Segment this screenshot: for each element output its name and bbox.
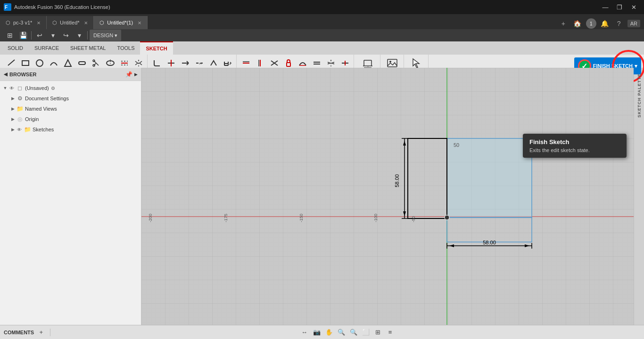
tab-untitled-close[interactable]: × — [84, 19, 88, 26]
tab-untitled2-close[interactable]: × — [138, 19, 141, 26]
design-arrow: ▾ — [115, 32, 117, 39]
nav-tab-surface[interactable]: SURFACE — [29, 41, 65, 55]
tree-arrow-origin: ▶ — [9, 116, 16, 122]
browser-title: BROWSER — [9, 72, 36, 77]
tree-icon-doc-settings: ⚙ — [16, 95, 24, 102]
svg-line-2 — [8, 60, 15, 65]
nav-tab-tools[interactable]: TOOLS — [111, 41, 140, 55]
tab-untitled[interactable]: ⬡ Untitled* × — [47, 16, 94, 29]
main-area: ◀ BROWSER 📌 ▸ ▼ 👁 ◻ (Unsaved) ⚙ ▶ ⚙ Docu… — [0, 68, 644, 325]
svg-text:✂: ✂ — [199, 62, 202, 66]
tree-label-root: (Unsaved) — [25, 85, 49, 91]
finish-sketch-arrow: ▾ — [635, 63, 637, 69]
nav-tool-menu[interactable]: ≡ — [385, 327, 396, 338]
tab-pc3-close[interactable]: × — [37, 19, 41, 26]
window-controls: — ❐ ✕ — [599, 2, 640, 12]
browser-pin-icon[interactable]: 📌 — [125, 71, 132, 78]
nav-tab-sketch[interactable]: SKETCH — [140, 41, 173, 55]
separator-1 — [31, 31, 32, 40]
browser-tree: ▼ 👁 ◻ (Unsaved) ⚙ ▶ ⚙ Document Settings … — [0, 81, 141, 325]
nav-tab-sheetmetal[interactable]: SHEET METAL — [65, 41, 111, 55]
svg-text:F: F — [5, 5, 8, 10]
browser-header: ◀ BROWSER 📌 ▸ — [0, 68, 141, 81]
comments-section: COMMENTS + — [4, 327, 52, 338]
tree-eye-sketches[interactable]: 👁 — [16, 126, 23, 133]
ar-badge: AR — [627, 20, 640, 27]
tree-item-named-views[interactable]: ▶ 📁 Named Views — [0, 104, 141, 114]
close-button[interactable]: ✕ — [627, 2, 640, 12]
svg-text:-200: -200 — [148, 214, 153, 222]
tree-item-origin[interactable]: ▶ ◎ Origin — [0, 114, 141, 124]
svg-rect-33 — [287, 63, 290, 66]
minimize-button[interactable]: — — [599, 2, 612, 12]
new-tab-button[interactable]: + — [558, 18, 569, 29]
tabs-right: + 🏠 1 🔔 ? AR — [558, 18, 644, 29]
tree-item-root[interactable]: ▼ 👁 ◻ (Unsaved) ⚙ — [0, 83, 141, 93]
redo-dropdown[interactable]: ▾ — [73, 29, 85, 41]
svg-text:-50: -50 — [411, 216, 416, 222]
restore-button[interactable]: ❐ — [613, 2, 626, 12]
nav-tool-grid[interactable]: ⊞ — [373, 327, 383, 338]
tab-pc3[interactable]: ⬡ pc-3 v1* × — [0, 16, 47, 29]
tooltip-title: Finish Sketch — [529, 138, 620, 145]
toolbar-nav: SOLID SURFACE SHEET METAL TOOLS SKETCH — [0, 41, 644, 55]
app-title: Autodesk Fusion 360 (Education License) — [14, 4, 110, 10]
notification-button[interactable]: 🔔 — [599, 18, 611, 29]
tree-icon-root: ◻ — [16, 84, 24, 92]
redo-button[interactable]: ↪ — [60, 29, 72, 41]
svg-rect-53 — [447, 138, 532, 218]
sketch-palette-label: SKETCH PALETTE — [637, 73, 642, 118]
undo-button[interactable]: ↩ — [33, 29, 46, 41]
sidebar: ◀ BROWSER 📌 ▸ ▼ 👁 ◻ (Unsaved) ⚙ ▶ ⚙ Docu… — [0, 68, 141, 325]
home-button[interactable]: 🏠 — [572, 18, 583, 29]
tree-settings-root[interactable]: ⚙ — [51, 86, 55, 91]
canvas[interactable]: 58.00 58.00 50 -200 -175 -150 -100 -50 X… — [141, 68, 634, 325]
tree-label-named-views: Named Views — [25, 106, 57, 112]
tab-pc3-label: pc-3 v1* — [13, 20, 32, 25]
svg-rect-3 — [22, 61, 29, 65]
tree-arrow-sketches: ▶ — [9, 126, 16, 133]
svg-rect-50 — [141, 68, 634, 325]
svg-point-74 — [445, 215, 449, 220]
tree-eye-root[interactable]: 👁 — [8, 85, 15, 91]
tree-icon-origin: ◎ — [16, 115, 24, 123]
design-button[interactable]: DESIGN ▾ — [90, 30, 121, 41]
help-button[interactable]: ? — [613, 18, 625, 29]
titlebar: F Autodesk Fusion 360 (Education License… — [0, 0, 644, 14]
tab-untitled-icon: ⬡ — [52, 20, 57, 26]
app-icon: F — [4, 3, 11, 11]
nav-tool-zoom-fit[interactable]: 🔍 — [336, 327, 347, 338]
nav-tool-display[interactable]: ⬜ — [361, 327, 371, 338]
tree-label-sketches: Sketches — [33, 127, 54, 132]
separator-2 — [87, 31, 88, 40]
nav-tool-zoom[interactable]: 🔍 — [348, 327, 359, 338]
tabs-row: ⬡ pc-3 v1* × ⬡ Untitled* × ⬡ Untitled*(1… — [0, 14, 644, 29]
nav-tool-hand[interactable]: ✋ — [324, 327, 334, 338]
svg-text:58.00: 58.00 — [394, 174, 400, 187]
tree-item-doc-settings[interactable]: ▶ ⚙ Document Settings — [0, 93, 141, 104]
title-left: F Autodesk Fusion 360 (Education License… — [4, 3, 110, 11]
svg-point-4 — [36, 60, 43, 66]
save-button[interactable]: 💾 — [17, 29, 29, 41]
nav-tab-solid[interactable]: SOLID — [2, 41, 29, 55]
bottom-bar: COMMENTS + ↔ 📷 ✋ 🔍 🔍 ⬜ ⊞ ≡ — [0, 325, 644, 339]
comments-label: COMMENTS — [4, 330, 34, 335]
tab-untitled2[interactable]: ⬡ Untitled*(1) × — [94, 16, 148, 29]
browser-expand-icon[interactable]: ▸ — [134, 71, 137, 78]
tree-item-sketches[interactable]: ▶ 👁 📁 Sketches — [0, 124, 141, 135]
bottom-nav-tools: ↔ 📷 ✋ 🔍 🔍 ⬜ ⊞ ≡ — [54, 327, 640, 338]
tree-arrow-doc-settings: ▶ — [9, 95, 16, 102]
tree-arrow-root: ▼ — [2, 85, 8, 91]
tree-icon-sketches: 📁 — [24, 126, 31, 133]
nav-tool-camera[interactable]: 📷 — [312, 327, 322, 338]
toolbar-top: ⊞ 💾 ↩ ▾ ↪ ▾ DESIGN ▾ — [0, 29, 644, 41]
undo-dropdown[interactable]: ▾ — [47, 29, 59, 41]
tab-untitled2-icon: ⬡ — [99, 20, 104, 26]
svg-text:50: 50 — [454, 142, 459, 148]
tree-label-doc-settings: Document Settings — [25, 96, 69, 101]
nav-tool-pan[interactable]: ↔ — [299, 327, 310, 338]
browser-collapse-icon[interactable]: ◀ — [4, 72, 8, 77]
toolbar: ⊞ 💾 ↩ ▾ ↪ ▾ DESIGN ▾ SOLID SURFACE SHEET… — [0, 29, 644, 68]
comments-add-button[interactable]: + — [36, 327, 46, 338]
grid-menu-button[interactable]: ⊞ — [4, 29, 16, 41]
